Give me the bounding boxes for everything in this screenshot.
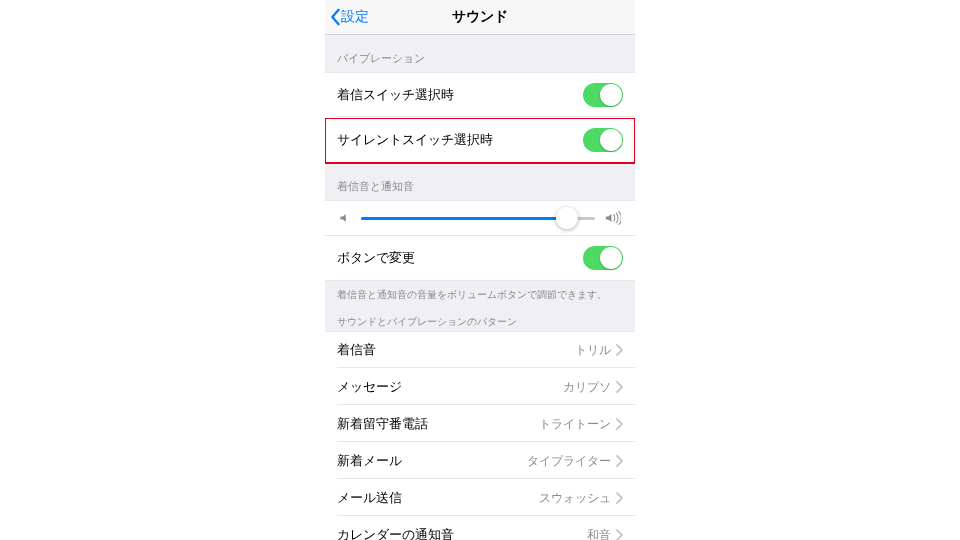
ringer-header: 着信音と通知音 — [325, 163, 635, 200]
pattern-value: カリプソ — [563, 379, 623, 396]
vibration-header: バイブレーション — [325, 35, 635, 72]
pattern-label: カレンダーの通知音 — [337, 526, 454, 540]
pattern-row[interactable]: メール送信スウォッシュ — [325, 480, 635, 517]
chevron-right-icon — [615, 529, 623, 540]
chevron-right-icon — [615, 344, 623, 356]
chevron-right-icon — [615, 418, 623, 430]
pattern-value: スウォッシュ — [539, 490, 623, 507]
pattern-row[interactable]: 着信音トリル — [325, 331, 635, 369]
ringer-volume-row — [325, 200, 635, 236]
navbar: 設定 サウンド — [325, 0, 635, 35]
vibrate-on-ring-toggle[interactable] — [583, 83, 623, 107]
chevron-right-icon — [615, 381, 623, 393]
vibrate-on-ring-row[interactable]: 着信スイッチ選択時 — [325, 72, 635, 118]
patterns-header: サウンドとバイブレーションのパターン — [325, 304, 635, 331]
pattern-value: トライトーン — [539, 416, 623, 433]
patterns-group: 着信音トリル メッセージカリプソ 新着留守番電話トライトーン 新着メールタイプラ… — [325, 331, 635, 540]
vibrate-on-ring-label: 着信スイッチ選択時 — [337, 86, 454, 104]
ringer-footer: 着信音と通知音の音量をボリュームボタンで調節できます。 — [325, 281, 635, 304]
page-title: サウンド — [325, 8, 635, 26]
pattern-label: メッセージ — [337, 378, 402, 396]
chevron-right-icon — [615, 492, 623, 504]
back-label: 設定 — [341, 8, 369, 26]
back-button[interactable]: 設定 — [325, 8, 369, 26]
pattern-label: 着信音 — [337, 341, 376, 359]
chevron-right-icon — [615, 455, 623, 467]
vibrate-on-silent-toggle[interactable] — [583, 128, 623, 152]
vibrate-on-silent-label: サイレントスイッチ選択時 — [337, 131, 493, 149]
vibration-group: 着信スイッチ選択時 サイレントスイッチ選択時 — [325, 72, 635, 163]
change-with-buttons-row[interactable]: ボタンで変更 — [325, 236, 635, 281]
pattern-row[interactable]: 新着留守番電話トライトーン — [325, 406, 635, 443]
sound-settings-screen: 設定 サウンド バイブレーション 着信スイッチ選択時 サイレントスイッチ選択時 … — [325, 0, 635, 540]
ringer-volume-slider[interactable] — [361, 217, 595, 220]
change-with-buttons-label: ボタンで変更 — [337, 249, 415, 267]
change-with-buttons-toggle[interactable] — [583, 246, 623, 270]
speaker-low-icon — [339, 212, 351, 224]
pattern-row[interactable]: メッセージカリプソ — [325, 369, 635, 406]
speaker-high-icon — [605, 211, 621, 225]
pattern-row[interactable]: 新着メールタイプライター — [325, 443, 635, 480]
pattern-label: 新着メール — [337, 452, 402, 470]
pattern-value: タイプライター — [527, 453, 623, 470]
pattern-label: メール送信 — [337, 489, 402, 507]
vibrate-on-silent-row[interactable]: サイレントスイッチ選択時 — [325, 118, 635, 163]
pattern-label: 新着留守番電話 — [337, 415, 428, 433]
pattern-value: トリル — [575, 342, 623, 359]
pattern-value: 和音 — [587, 527, 623, 541]
chevron-left-icon — [329, 8, 341, 26]
pattern-row[interactable]: カレンダーの通知音和音 — [325, 517, 635, 540]
